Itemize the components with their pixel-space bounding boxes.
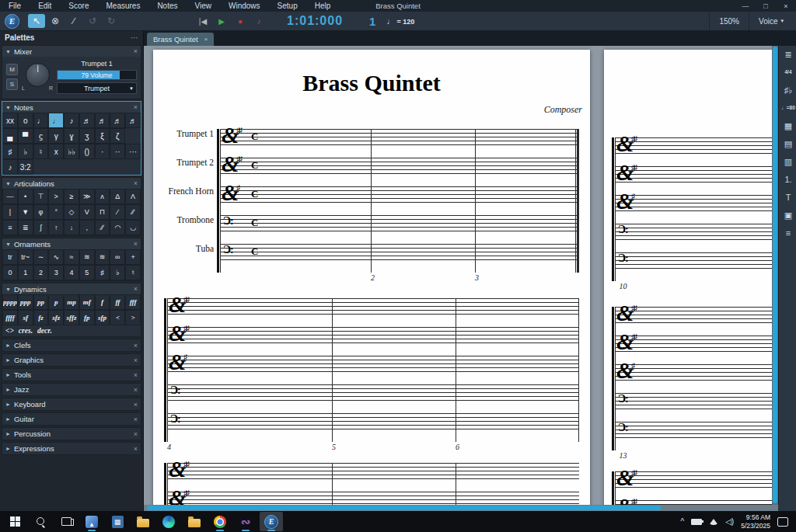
document-tab[interactable]: Brass Quintet × (147, 33, 214, 46)
palette-item-mp[interactable]: mp (64, 294, 79, 310)
staff[interactable]: &♯♯ (167, 492, 579, 505)
staff[interactable]: Ɔ:C (220, 215, 579, 231)
search-button[interactable] (29, 512, 52, 531)
staff[interactable]: Ɔ: (615, 224, 772, 240)
metronome-button[interactable]: ♪ (251, 15, 267, 27)
staff[interactable]: &♯♯C (220, 158, 579, 174)
menu-file[interactable]: File (0, 2, 30, 10)
palette-item-breve[interactable]: xx (2, 113, 18, 128)
palette-item-figured-flat[interactable]: ♭ (110, 265, 125, 280)
undo-button[interactable]: ↺ (84, 14, 101, 28)
menu-view[interactable]: View (187, 2, 221, 10)
palette-item-messa-di-voce[interactable]: <> (5, 327, 14, 335)
palette-item-accent-tenuto[interactable]: ≥ (64, 189, 79, 204)
pencil-tool[interactable]: ∕ (65, 14, 82, 28)
staff[interactable]: Ɔ: (615, 252, 772, 269)
palette-section-guitar[interactable]: ►Guitar× (2, 412, 141, 426)
staff[interactable]: &♯ (615, 364, 772, 381)
palette-item-quarter-rest[interactable]: ϛ (33, 128, 49, 144)
palette-item-crescendo-hairpin[interactable]: < (110, 310, 125, 325)
voice-selector[interactable]: Voice▾ (749, 12, 793, 30)
palette-item-tenuto[interactable]: — (2, 189, 18, 204)
staff[interactable]: Ɔ: (615, 393, 772, 409)
palette-item-tenuto-staccato[interactable]: ⊤ (33, 189, 49, 204)
palette-item-sixteenth-note[interactable]: ♬ (79, 113, 95, 128)
close-icon[interactable]: × (134, 401, 138, 409)
palette-item-f[interactable]: f (95, 294, 110, 310)
start-button[interactable] (3, 512, 26, 531)
palette-item-sf[interactable]: sf (18, 310, 33, 325)
palette-item-staccato[interactable]: • (18, 189, 33, 204)
palette-item-extended-mordent[interactable]: ≋ (95, 249, 110, 265)
palette-item-pp[interactable]: pp (33, 294, 49, 310)
task-view-button[interactable] (54, 512, 78, 531)
palette-item-staccatissimo[interactable]: | (2, 204, 18, 220)
palette-item-marcato-staccato[interactable]: Λ (125, 189, 141, 204)
close-icon[interactable]: × (134, 416, 138, 423)
vertical-scroll-thumb[interactable] (773, 47, 777, 503)
palette-item-trill[interactable]: tr (2, 249, 18, 265)
palette-item-dot[interactable]: · (95, 144, 110, 159)
palette-item-one-twenty-eighth-rest[interactable]: ζ (110, 128, 125, 144)
palette-item-plus-ornament[interactable]: + (125, 249, 141, 265)
battery-icon[interactable] (691, 519, 702, 525)
palette-section-keyboard[interactable]: ►Keyboard× (2, 398, 141, 411)
staff[interactable]: &♯♯ (167, 463, 579, 479)
vertical-scrollbar[interactable] (772, 46, 778, 505)
tab-close-icon[interactable]: × (204, 36, 208, 43)
palette-item-double-mordent[interactable]: ≋ (79, 249, 95, 265)
wifi-icon[interactable] (709, 519, 718, 525)
palette-item-up-bow[interactable]: V (79, 204, 95, 220)
palette-item-half-rest[interactable]: ▀ (18, 128, 33, 144)
score-page-right[interactable]: &♯♯&♯♯&♯Ɔ:Ɔ:10&♯♯&♯♯&♯Ɔ:Ɔ:13&♯♯&♯♯ (604, 50, 772, 505)
palette-item-double-flat[interactable]: ♭♭ (64, 144, 79, 159)
palette-item-figured-natural[interactable]: ♮ (125, 265, 141, 280)
palette-item-fermata[interactable]: ◠ (110, 220, 125, 235)
palette-item-decrescendo-text[interactable]: decr. (37, 327, 52, 335)
close-icon[interactable]: × (134, 240, 138, 248)
palette-item-sffz[interactable]: sffz (64, 310, 79, 325)
palette-item-grace-note[interactable]: ♪ (2, 159, 18, 175)
palette-item-ff[interactable]: ff (110, 294, 125, 310)
palette-item-tuplet-3-2[interactable]: 3:2 (18, 159, 33, 175)
mixer-header[interactable]: ▼ Mixer × (2, 46, 141, 57)
staff[interactable]: &♯ (615, 195, 772, 211)
score-page-left[interactable]: Brass QuintetComposerTrumpet 1Trumpet 2F… (153, 50, 590, 505)
menu-notes[interactable]: Notes (148, 2, 186, 10)
solo-button[interactable]: S (6, 78, 18, 90)
palette-item-whole-rest[interactable]: ▄ (2, 128, 18, 144)
mute-button[interactable]: M (6, 64, 18, 75)
close-icon[interactable]: × (134, 342, 138, 349)
palette-item-natural[interactable]: ♮ (33, 144, 49, 159)
palette-item-sixty-fourth-rest[interactable]: ξ (95, 128, 110, 144)
palette-item-double-sharp[interactable]: x (48, 144, 64, 159)
menu-edit[interactable]: Edit (30, 2, 60, 10)
palette-section-graphics[interactable]: ►Graphics× (2, 353, 141, 367)
staff[interactable]: &♯♯ (615, 336, 772, 352)
palette-item-half-note[interactable]: ♩ (33, 113, 49, 128)
horizontal-scrollbar[interactable] (144, 505, 778, 511)
palette-item-turn-short[interactable]: ≈ (64, 249, 79, 265)
palette-item-sharp[interactable]: ♯ (2, 144, 18, 159)
menu-help[interactable]: Help (306, 2, 340, 10)
staff[interactable]: Ɔ: (615, 422, 772, 438)
palette-item-parentheses[interactable]: () (79, 144, 95, 159)
edge-browser[interactable] (157, 512, 180, 531)
palette-item-inverted-mordent[interactable]: ∿ (48, 249, 64, 265)
repeat-tool[interactable]: ▤ (784, 138, 792, 149)
palette-item-tremolo-one[interactable]: ≡ (2, 220, 18, 235)
palette-item-fingering-3[interactable]: 3 (48, 265, 64, 280)
palette-item-flat[interactable]: ♭ (18, 144, 33, 159)
measure-tool[interactable]: ▦ (784, 120, 792, 131)
palette-item-thirty-second-rest[interactable]: ʒ (79, 128, 95, 144)
palette-section-tools[interactable]: ►Tools× (2, 368, 141, 381)
palette-item-p[interactable]: p (48, 294, 64, 310)
palette-item-breath-mark[interactable]: , (79, 220, 95, 235)
palette-item-sixteenth-rest[interactable]: ɣ (64, 128, 79, 144)
palette-item-down-bow[interactable]: ⊓ (95, 204, 110, 220)
palette-item-decrescendo-hairpin[interactable]: > (125, 310, 141, 325)
line-tool[interactable]: ≡ (786, 228, 791, 238)
notifications-icon[interactable] (777, 517, 788, 527)
staff[interactable]: &♯♯ (615, 307, 772, 323)
palette-item-triple-dot[interactable]: ··· (125, 144, 141, 159)
